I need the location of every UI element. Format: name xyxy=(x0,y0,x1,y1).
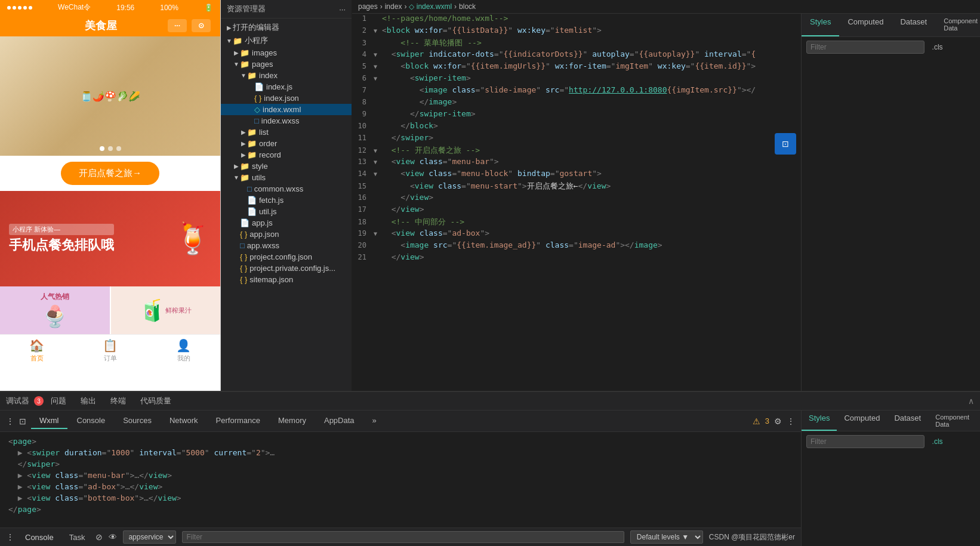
phone-title-bar: 美食屋 ··· ⊙ xyxy=(0,15,220,36)
tree-list[interactable]: ▶ 📁 list xyxy=(221,127,352,138)
nav-item-home[interactable]: 🏠 首页 xyxy=(0,335,73,366)
devtool-tab-performance[interactable]: Performance xyxy=(208,413,269,429)
food-icon-1: 🫙 xyxy=(81,91,93,102)
util-js-icon: 📄 xyxy=(247,207,257,216)
phone-camera-btn[interactable]: ⊙ xyxy=(192,19,211,32)
devtool-tab-network[interactable]: Network xyxy=(161,413,207,429)
line-content-1: <!--pages/home/home.wxml--> xyxy=(382,14,801,23)
line-num-9: 9 xyxy=(352,110,374,118)
tab-code-quality[interactable]: 代码质量 xyxy=(133,392,178,410)
index-folder-arrow: ▼ xyxy=(240,72,247,79)
xml-arrow-ad[interactable]: ▶ xyxy=(18,482,23,491)
status-menu-icon[interactable]: ⋮ xyxy=(6,532,14,542)
right-tab-dataset[interactable]: Dataset xyxy=(887,411,928,431)
toolbar-cursor-icon[interactable]: ⊡ xyxy=(19,417,26,426)
tree-fetch-js[interactable]: 📄 fetch.js xyxy=(221,195,352,206)
tree-pages[interactable]: ▼ 📁 pages xyxy=(221,58,352,70)
nav-item-profile[interactable]: 👤 我的 xyxy=(147,335,220,366)
xml-arrow-menu[interactable]: ▶ xyxy=(18,471,23,480)
images-arrow: ▶ xyxy=(233,50,240,56)
xml-line-menu-bar[interactable]: ▶ <view class="menu-bar">…</view> xyxy=(6,470,795,481)
tree-app-json[interactable]: { } app.json xyxy=(221,229,352,240)
nav-item-order[interactable]: 📋 订单 xyxy=(73,335,147,366)
devtool-tab-appdata[interactable]: AppData xyxy=(316,413,363,429)
tree-util-js[interactable]: 📄 util.js xyxy=(221,206,352,217)
editor-code[interactable]: 1 <!--pages/home/home.wxml--> 2 ▼ <block… xyxy=(352,14,801,391)
eye-icon[interactable]: 👁 xyxy=(109,532,117,542)
xml-arrow-swiper[interactable]: ▶ xyxy=(18,448,23,457)
line-content-3: <!-- 菜单轮播图 --> xyxy=(382,38,801,48)
tree-index-folder[interactable]: ▼ 📁 index xyxy=(221,70,352,81)
console-filter-input[interactable] xyxy=(182,531,624,543)
tree-index-wxss[interactable]: □ index.wxss xyxy=(221,115,352,127)
line-arrow-4: ▼ xyxy=(374,51,382,58)
devtools-filter-input[interactable] xyxy=(806,435,924,448)
tree-project-config[interactable]: { } project.config.json xyxy=(221,251,352,263)
devtool-tab-wxml[interactable]: Wxml xyxy=(31,413,67,429)
index-wxml-icon: ◇ xyxy=(254,105,260,114)
battery-icon: 🔋 xyxy=(204,4,213,12)
tree-index-wxml[interactable]: ◇ index.wxml xyxy=(221,104,352,115)
styles-filter-input[interactable] xyxy=(806,41,924,54)
right-tab-computed[interactable]: Computed xyxy=(837,411,887,431)
line-content-18: <!-- 中间部分 --> xyxy=(382,217,801,227)
tab-issues[interactable]: 问题 xyxy=(44,392,73,410)
code-line-11: 11 </swiper> xyxy=(352,133,801,145)
tree-app-wxss[interactable]: □ app.wxss xyxy=(221,240,352,251)
devtool-tab-more[interactable]: » xyxy=(364,413,385,429)
devtool-tab-memory[interactable]: Memory xyxy=(270,413,315,429)
styles-tab-dataset[interactable]: Dataset xyxy=(892,14,935,36)
promo-banner: 小程序 新体验— 手机点餐免排队哦 🍹 xyxy=(0,191,220,286)
promo-main: 手机点餐免排队哦 xyxy=(9,237,114,253)
tree-sitemap[interactable]: { } sitemap.json xyxy=(221,274,352,285)
food-icon-4: 🥬 xyxy=(116,91,128,102)
toolbar-menu-icon[interactable]: ⋮ xyxy=(6,417,14,426)
service-select[interactable]: appservice xyxy=(123,530,176,544)
line-content-14: <view class="menu-block" bindtap="gostar… xyxy=(382,169,801,178)
right-tab-component[interactable]: Component Data xyxy=(928,411,980,431)
code-line-2: 2 ▼ <block wx:for="{{listData}}" wx:key=… xyxy=(352,26,801,38)
tree-open-editors[interactable]: ▶ 打开的编辑器 xyxy=(221,21,352,34)
xml-arrow-bottom[interactable]: ▶ xyxy=(18,493,23,502)
line-content-2: <block wx:for="{{listData}}" wx:key="ite… xyxy=(382,26,801,35)
line-num-10: 10 xyxy=(352,122,374,130)
console-tab[interactable]: Console xyxy=(20,533,58,542)
devtool-tab-sources[interactable]: Sources xyxy=(115,413,160,429)
tree-images[interactable]: ▶ 📁 images xyxy=(221,47,352,58)
line-num-3: 3 xyxy=(352,39,374,47)
tree-index-js[interactable]: 📄 index.js xyxy=(221,81,352,92)
more-options-icon[interactable]: ⋮ xyxy=(787,417,795,426)
tree-order[interactable]: ▶ 📁 order xyxy=(221,138,352,149)
tree-utils[interactable]: ▼ 📁 utils xyxy=(221,172,352,183)
start-button[interactable]: 开启点餐之旅→ xyxy=(61,162,159,185)
devtool-tab-console[interactable]: Console xyxy=(69,413,114,429)
collapse-button[interactable]: ∧ xyxy=(968,396,974,406)
settings-icon[interactable]: ⚙ xyxy=(774,417,782,426)
tree-project-private[interactable]: { } project.private.config.js... xyxy=(221,263,352,274)
tab-output[interactable]: 输出 xyxy=(73,392,103,410)
phone-menu-btn[interactable]: ··· xyxy=(168,19,187,32)
food-cell-icon-2: 🧃 xyxy=(139,298,165,323)
tree-record[interactable]: ▶ 📁 record xyxy=(221,149,352,161)
right-tab-styles[interactable]: Styles xyxy=(802,411,837,431)
stop-icon[interactable]: ⊘ xyxy=(95,532,103,542)
tab-terminal[interactable]: 终端 xyxy=(103,392,133,410)
styles-tab-computed[interactable]: Computed xyxy=(839,14,892,36)
index-js-icon: 📄 xyxy=(254,82,264,91)
tree-app-js[interactable]: 📄 app.js xyxy=(221,217,352,229)
styles-tab-styles[interactable]: Styles xyxy=(802,14,839,36)
tree-common-wxss[interactable]: □ common.wxss xyxy=(221,183,352,195)
code-action-button[interactable]: ⊡ xyxy=(775,133,796,155)
xml-line-swiper[interactable]: ▶ <swiper duration="1000" interval="5000… xyxy=(6,447,795,458)
file-panel-menu-icon[interactable]: ··· xyxy=(339,5,346,14)
tree-style[interactable]: ▶ 📁 style xyxy=(221,161,352,172)
xml-line-ad-box[interactable]: ▶ <view class="ad-box">…</view> xyxy=(6,481,795,492)
devtools-main: ⋮ ⊡ Wxml Console Sources Network Perform… xyxy=(0,411,801,546)
task-tab[interactable]: Task xyxy=(64,533,90,542)
tree-project[interactable]: ▼ 📁 小程序 xyxy=(221,34,352,47)
xml-line-bottom-box[interactable]: ▶ <view class="bottom-box">…</view> xyxy=(6,492,795,504)
styles-tab-component[interactable]: Component Data xyxy=(935,14,980,36)
log-levels-select[interactable]: Default levels ▼ xyxy=(630,530,703,544)
line-arrow-12: ▼ xyxy=(374,147,382,154)
tree-index-json[interactable]: { } index.json xyxy=(221,92,352,104)
